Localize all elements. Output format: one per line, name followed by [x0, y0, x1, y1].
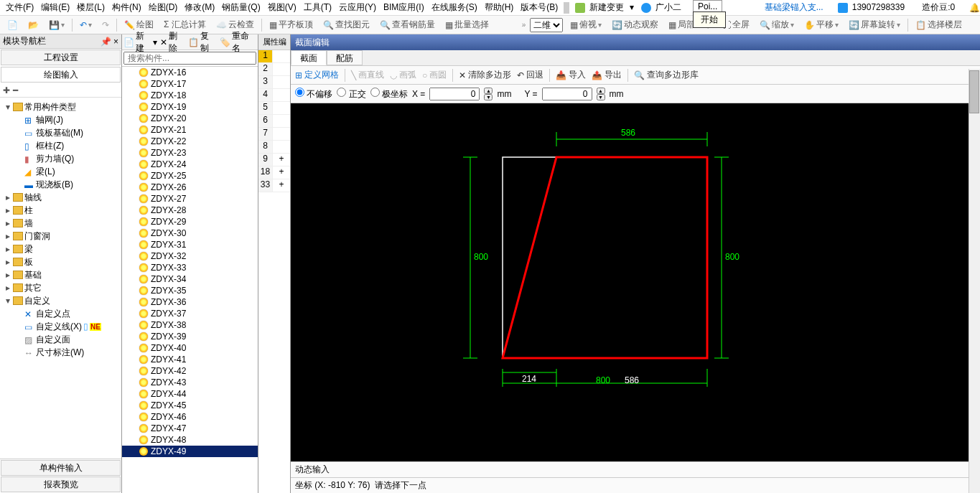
vertical-scrollbar[interactable] [969, 69, 980, 493]
component-item[interactable]: ZDYX-48 [122, 434, 258, 446]
tree-node-other[interactable]: 其它 [24, 282, 42, 294]
import-button[interactable]: 📥 导入 [556, 69, 586, 81]
clear-polygon-button[interactable]: ✕ 清除多边形 [459, 69, 511, 81]
tree-node-qiang[interactable]: 墙 [24, 217, 33, 230]
dynamic-view-button[interactable]: 🔄动态观察 [609, 17, 661, 32]
property-row[interactable]: 33+ [258, 179, 290, 192]
property-row[interactable]: 9+ [258, 154, 290, 166]
component-item[interactable]: ZDYX-18 [122, 90, 258, 101]
top-view-button[interactable]: ▦俯视▾ [567, 17, 605, 32]
tab-project-settings[interactable]: 工程设置 [1, 50, 121, 65]
view-rebar-button[interactable]: 🔍查看钢筋量 [377, 17, 438, 32]
component-item[interactable]: ZDYX-42 [122, 365, 258, 377]
draw-circle-button[interactable]: ○ 画圆 [422, 69, 447, 81]
close-icon[interactable]: × [113, 37, 118, 47]
draw-line-button[interactable]: ╲ 画直线 [351, 69, 384, 81]
pan-button[interactable]: ✋平移▾ [801, 17, 841, 32]
expand-toggle[interactable]: ▸ [4, 257, 11, 267]
cost-beans[interactable]: 造价豆:0 [919, 0, 958, 15]
x-down[interactable]: ▼ [484, 94, 493, 100]
collapse-icon[interactable]: ━ [13, 85, 18, 95]
radio-polar[interactable]: 极坐标 [370, 88, 408, 100]
expand-toggle[interactable]: ▸ [4, 192, 11, 202]
component-item[interactable]: ZDYX-21 [122, 124, 258, 136]
new-file-icon[interactable]: 📄 [4, 19, 21, 32]
tree-node-custom[interactable]: 自定义 [24, 295, 50, 307]
undo-button[interactable]: ↶ 回退 [517, 69, 543, 81]
draw-arc-button[interactable]: ◡ 画弧 [390, 69, 416, 81]
expand-toggle[interactable]: ▸ [4, 218, 11, 228]
tree-node-liang[interactable]: 梁 [24, 243, 33, 255]
y-input[interactable] [542, 88, 592, 100]
component-item[interactable]: ZDYX-38 [122, 319, 258, 331]
property-row[interactable]: 2 [258, 63, 290, 76]
component-item[interactable]: ZDYX-47 [122, 423, 258, 434]
tree-node-shear[interactable]: 剪力墙(Q) [36, 153, 74, 165]
component-item[interactable]: ZDYX-41 [122, 354, 258, 365]
component-item[interactable]: ZDYX-49 [122, 446, 258, 457]
component-item[interactable]: ZDYX-28 [122, 205, 258, 216]
component-item[interactable]: ZDYX-16 [122, 67, 258, 78]
component-item[interactable]: ZDYX-32 [122, 250, 258, 262]
component-item[interactable]: ZDYX-24 [122, 159, 258, 170]
view-mode-select[interactable]: 二维 [530, 18, 563, 32]
batch-select-button[interactable]: ▦批量选择 [442, 17, 492, 32]
tree-node-cface[interactable]: 自定义面 [36, 334, 70, 346]
component-item[interactable]: ZDYX-43 [122, 377, 258, 388]
menu-version[interactable]: 版本号(B) [518, 0, 561, 15]
component-item[interactable]: ZDYX-26 [122, 182, 258, 193]
search-input[interactable] [123, 52, 256, 65]
tree-node-raft[interactable]: 筏板基础(M) [36, 127, 83, 139]
tree-node-slab[interactable]: 现浇板(B) [36, 179, 73, 191]
tree-node-cpoint[interactable]: 自定义点 [36, 308, 70, 320]
property-row[interactable]: 8 [258, 141, 290, 154]
x-up[interactable]: ▲ [484, 88, 493, 94]
pin-icon[interactable]: 📌 [101, 37, 111, 47]
scroll-thumb[interactable] [969, 70, 979, 113]
save-icon[interactable]: 💾▾ [46, 19, 67, 32]
property-row[interactable]: 18+ [258, 166, 290, 179]
tab-rebar[interactable]: 配筋 [327, 50, 363, 65]
property-row[interactable]: 3 [258, 76, 290, 89]
component-item[interactable]: ZDYX-27 [122, 193, 258, 205]
undo-icon[interactable]: ↶▾ [77, 19, 95, 32]
menu-online[interactable]: 在线服务(S) [429, 0, 480, 15]
tab-report-preview[interactable]: 报表预览 [1, 476, 121, 492]
menu-cloud[interactable]: 云应用(Y) [336, 0, 379, 15]
component-item[interactable]: ZDYX-23 [122, 147, 258, 159]
property-row[interactable]: 1 [258, 50, 290, 63]
menu-bim[interactable]: BIM应用(I) [381, 0, 427, 15]
tab-draw-input[interactable]: 绘图输入 [1, 67, 121, 83]
expand-toggle[interactable]: ▸ [4, 205, 11, 215]
help-link[interactable]: 基础梁锚入支... [762, 0, 826, 15]
component-item[interactable]: ZDYX-33 [122, 262, 258, 273]
component-item[interactable]: ZDYX-37 [122, 308, 258, 319]
component-item[interactable]: ZDYX-35 [122, 285, 258, 296]
tree-node-column[interactable]: 框柱(Z) [36, 140, 64, 152]
component-item[interactable]: ZDYX-25 [122, 170, 258, 182]
tree-node-axis[interactable]: 轴网(J) [36, 114, 63, 126]
tree-node-zhu[interactable]: 柱 [24, 205, 33, 217]
menu-component[interactable]: 构件(N) [109, 0, 144, 15]
component-item[interactable]: ZDYX-19 [122, 101, 258, 113]
zoom-button[interactable]: 🔍缩放▾ [757, 17, 797, 32]
tree-node-dim[interactable]: 尺寸标注(W) [36, 347, 84, 359]
menu-tool[interactable]: 工具(T) [301, 0, 335, 15]
select-floor-button[interactable]: 📋选择楼层 [913, 17, 965, 32]
drawing-canvas[interactable]: 586 800 800 214 800 586 [291, 103, 980, 461]
component-item[interactable]: ZDYX-44 [122, 388, 258, 400]
property-row[interactable]: 4 [258, 89, 290, 102]
rotate-button[interactable]: 🔄屏幕旋转▾ [846, 17, 903, 32]
tree-node-jichu[interactable]: 基础 [24, 269, 42, 281]
menu-draw[interactable]: 绘图(D) [146, 0, 181, 15]
expand-toggle[interactable]: ▸ [4, 231, 11, 241]
radio-nooffset[interactable]: 不偏移 [295, 88, 332, 100]
component-item[interactable]: ZDYX-34 [122, 273, 258, 285]
tree-node-axisline[interactable]: 轴线 [24, 192, 42, 204]
menu-modify[interactable]: 修改(M) [182, 0, 218, 15]
tree-node-door[interactable]: 门窗洞 [24, 230, 50, 243]
define-grid-button[interactable]: ⊞ 定义网格 [295, 69, 339, 81]
component-item[interactable]: ZDYX-45 [122, 400, 258, 411]
menu-help[interactable]: 帮助(H) [482, 0, 517, 15]
component-item[interactable]: ZDYX-36 [122, 296, 258, 308]
